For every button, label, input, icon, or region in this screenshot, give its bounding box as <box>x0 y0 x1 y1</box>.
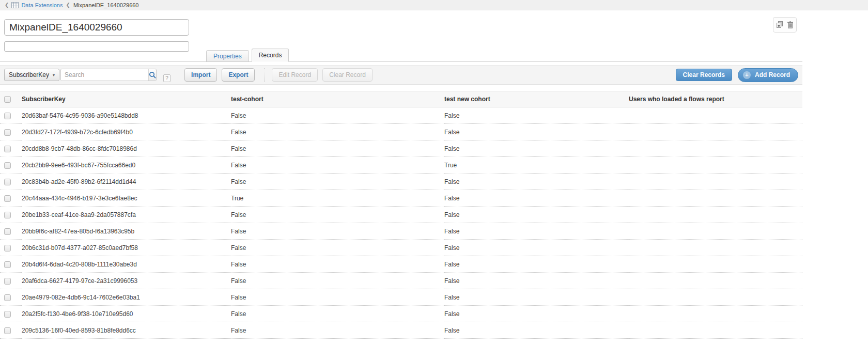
row-checkbox[interactable] <box>4 129 11 136</box>
table-row[interactable]: 209c5136-16f0-40ed-8593-81b8fe8dd6cc Fal… <box>0 322 802 339</box>
search-field-selector-label: SubscriberKey <box>9 71 49 78</box>
search-button[interactable] <box>148 69 156 81</box>
cell-test-new-cohort: False <box>444 289 629 306</box>
row-checkbox[interactable] <box>4 261 11 268</box>
plus-icon: + <box>743 71 751 79</box>
cell-subscriber-key: 20cdd8b8-9cb7-48db-86cc-8fdc7018986d <box>22 140 231 157</box>
table-row[interactable]: 20c83b4b-ad2e-45f0-89b2-6f2114dd1d44 Fal… <box>0 174 802 190</box>
cell-test-cohort: False <box>231 207 444 223</box>
back-chevron-icon[interactable]: ❮ <box>5 3 9 8</box>
data-extension-description-field[interactable] <box>4 41 189 52</box>
clear-records-button[interactable]: Clear Records <box>676 69 732 81</box>
table-row[interactable]: 20d63baf-5476-4c95-9036-a90e5148bdd8 Fal… <box>0 107 802 124</box>
cell-test-cohort: True <box>231 190 444 207</box>
cell-test-cohort: False <box>231 223 444 240</box>
column-header-flows-report: Users who loaded a flows report <box>629 91 802 107</box>
cell-subscriber-key: 209c5136-16f0-40ed-8593-81b8fe8dd6cc <box>22 322 231 339</box>
row-checkbox[interactable] <box>4 245 11 251</box>
cell-test-new-cohort: False <box>444 107 629 124</box>
add-record-button[interactable]: + Add Record <box>738 68 798 82</box>
table-header-row: SubscriberKey test-cohort test new cohor… <box>0 91 802 107</box>
cell-flows-report <box>629 273 802 289</box>
cell-test-new-cohort: False <box>444 240 629 256</box>
breadcrumb-separator-icon: ❮ <box>66 3 70 8</box>
table-row[interactable]: 20d3fd27-172f-4939-b72c-6cfedb69f4b0 Fal… <box>0 124 802 140</box>
cell-subscriber-key: 20b6c31d-b07d-4377-a027-85c0aed7bf58 <box>22 240 231 256</box>
data-extension-header: Properties Records <box>0 10 802 62</box>
row-checkbox[interactable] <box>4 228 11 235</box>
tab-bar: Properties Records <box>206 49 289 62</box>
cell-flows-report <box>629 306 802 322</box>
breadcrumb-current-page: MixpanelDE_1640029660 <box>73 2 139 8</box>
clear-record-button[interactable]: Clear Record <box>322 68 373 82</box>
table-row[interactable]: 20b6c31d-b07d-4377-a027-85c0aed7bf58 Fal… <box>0 240 802 256</box>
table-row[interactable]: 20cdd8b8-9cb7-48db-86cc-8fdc7018986d Fal… <box>0 140 802 157</box>
table-row[interactable]: 20ae4979-082e-4db6-9c14-7602e6e03ba1 Fal… <box>0 289 802 306</box>
search-box <box>60 69 157 81</box>
cell-subscriber-key: 20c83b4b-ad2e-45f0-89b2-6f2114dd1d44 <box>22 174 231 190</box>
row-checkbox[interactable] <box>4 327 11 334</box>
breadcrumb: ❮ Data Extensions ❮ MixpanelDE_164002966… <box>0 0 868 10</box>
cell-flows-report <box>629 107 802 124</box>
data-extension-grid-icon <box>11 2 19 8</box>
table-row[interactable]: 20af6dca-6627-4179-97ce-2a31c9996053 Fal… <box>0 273 802 289</box>
tab-properties[interactable]: Properties <box>206 50 249 62</box>
delete-icon[interactable] <box>787 21 794 28</box>
table-row[interactable]: 20be1b33-ceaf-41ce-8aa9-2da057887cfa Fal… <box>0 207 802 223</box>
cell-test-cohort: False <box>231 157 444 174</box>
row-checkbox[interactable] <box>4 162 11 169</box>
records-table-body: 20d63baf-5476-4c95-9036-a90e5148bdd8 Fal… <box>0 107 802 339</box>
cell-flows-report <box>629 124 802 140</box>
records-toolbar: SubscriberKey ▾ ? Import Export Edit Rec… <box>0 65 802 85</box>
row-checkbox[interactable] <box>4 311 11 318</box>
cell-test-new-cohort: False <box>444 207 629 223</box>
search-input[interactable] <box>61 69 148 81</box>
edit-record-button[interactable]: Edit Record <box>272 68 318 82</box>
breadcrumb-link-data-extensions[interactable]: Data Extensions <box>21 2 63 8</box>
cell-subscriber-key: 20a2f5fc-f130-4be6-9f38-10e710e95d60 <box>22 306 231 322</box>
select-all-checkbox[interactable] <box>4 96 11 103</box>
export-button[interactable]: Export <box>222 68 255 82</box>
cell-subscriber-key: 20d63baf-5476-4c95-9036-a90e5148bdd8 <box>22 107 231 124</box>
help-icon[interactable]: ? <box>163 74 171 82</box>
cell-test-cohort: False <box>231 306 444 322</box>
cell-subscriber-key: 20d3fd27-172f-4939-b72c-6cfedb69f4b0 <box>22 124 231 140</box>
row-checkbox[interactable] <box>4 195 11 202</box>
cell-test-new-cohort: True <box>444 157 629 174</box>
copy-icon[interactable] <box>776 21 783 28</box>
tab-records[interactable]: Records <box>252 49 289 62</box>
row-checkbox[interactable] <box>4 113 11 119</box>
row-checkbox[interactable] <box>4 212 11 218</box>
cell-flows-report <box>629 256 802 273</box>
cell-test-cohort: False <box>231 174 444 190</box>
data-extension-name-field[interactable] <box>4 19 189 36</box>
cell-test-cohort: False <box>231 256 444 273</box>
table-row[interactable]: 20bb9f6c-af82-47ea-805d-f6a13963c95b Fal… <box>0 223 802 240</box>
cell-test-cohort: False <box>231 124 444 140</box>
toolbar-divider <box>264 68 265 82</box>
tab-records-label: Records <box>259 52 282 59</box>
chevron-down-icon: ▾ <box>53 73 55 77</box>
row-checkbox[interactable] <box>4 278 11 285</box>
import-button[interactable]: Import <box>184 68 217 82</box>
cell-test-new-cohort: False <box>444 190 629 207</box>
cell-flows-report <box>629 289 802 306</box>
cell-subscriber-key: 20ae4979-082e-4db6-9c14-7602e6e03ba1 <box>22 289 231 306</box>
table-row[interactable]: 20a2f5fc-f130-4be6-9f38-10e710e95d60 Fal… <box>0 306 802 322</box>
row-checkbox[interactable] <box>4 294 11 301</box>
search-field-selector[interactable]: SubscriberKey ▾ <box>4 69 59 81</box>
add-record-label: Add Record <box>755 71 790 78</box>
cell-flows-report <box>629 140 802 157</box>
table-row[interactable]: 20cb2bb9-9ee6-493f-bc67-755fcca66ed0 Fal… <box>0 157 802 174</box>
table-row[interactable]: 20c44aaa-434c-4946-b197-3e3ce6fae8ec Tru… <box>0 190 802 207</box>
cell-test-cohort: False <box>231 322 444 339</box>
cell-test-new-cohort: False <box>444 174 629 190</box>
table-row[interactable]: 20b4d6f4-6dad-4c20-808b-1111e30abe3d Fal… <box>0 256 802 273</box>
cell-test-cohort: False <box>231 240 444 256</box>
row-checkbox[interactable] <box>4 179 11 185</box>
row-checkbox[interactable] <box>4 146 11 152</box>
cell-subscriber-key: 20cb2bb9-9ee6-493f-bc67-755fcca66ed0 <box>22 157 231 174</box>
records-table: SubscriberKey test-cohort test new cohor… <box>0 91 802 339</box>
cell-test-new-cohort: False <box>444 256 629 273</box>
cell-test-new-cohort: False <box>444 140 629 157</box>
